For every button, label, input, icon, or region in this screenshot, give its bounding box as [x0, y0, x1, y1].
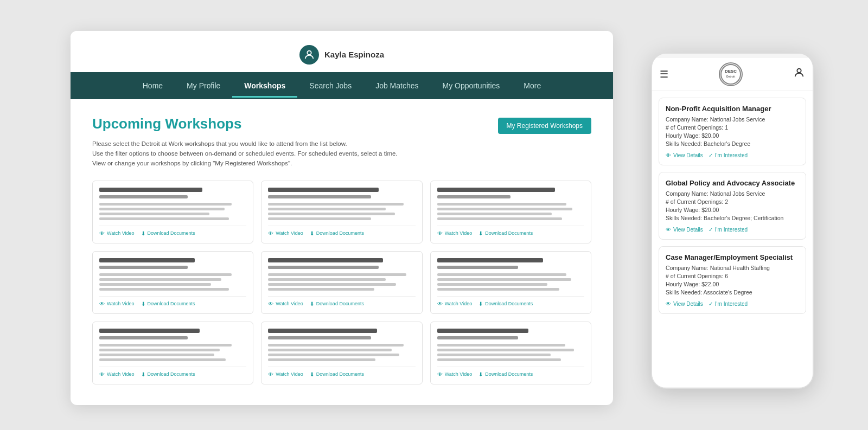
user-section: Kayla Espinoza — [299, 40, 384, 72]
workshop-line — [268, 288, 374, 291]
workshop-card-3: 👁 Watch Video ⬇ Download Documents — [430, 181, 591, 243]
workshop-sub — [268, 336, 371, 339]
watch-video-link[interactable]: 👁 Watch Video — [268, 230, 303, 236]
workshop-line — [437, 278, 571, 281]
download-link[interactable]: ⬇ Download Documents — [478, 230, 533, 236]
workshop-card-actions: 👁 Watch Video ⬇ Download Documents — [99, 367, 246, 377]
eye-icon: 👁 — [437, 371, 443, 377]
eye-icon: 👁 — [268, 371, 273, 377]
watch-video-link[interactable]: 👁 Watch Video — [99, 301, 135, 307]
workshop-line — [437, 213, 552, 215]
im-interested-btn-1[interactable]: ✓ I'm Interested — [709, 152, 748, 158]
job-skills-2: Skills Needed: Bachelor's Degree; Certif… — [666, 215, 799, 221]
job-company-3: Company Name: National Health Staffing — [666, 265, 799, 271]
download-icon: ⬇ — [141, 230, 145, 236]
watch-video-link[interactable]: 👁 Watch Video — [268, 371, 303, 377]
view-details-btn-2[interactable]: 👁 View Details — [666, 227, 703, 233]
im-interested-btn-2[interactable]: ✓ I'm Interested — [709, 227, 748, 233]
job-company-1: Company Name: National Jobs Service — [666, 116, 799, 123]
workshop-grid: 👁 Watch Video ⬇ Download Documents — [92, 181, 591, 384]
download-link[interactable]: ⬇ Download Documents — [478, 301, 533, 307]
mobile-notch — [652, 54, 813, 58]
nav-more[interactable]: More — [512, 74, 553, 98]
download-link[interactable]: ⬇ Download Documents — [141, 371, 195, 377]
desktop-browser-card: Kayla Espinoza Home My Profile Workshops… — [71, 31, 613, 405]
job-title-3: Case Manager/Employment Specialist — [666, 253, 799, 261]
mobile-logo: DESC Detroit — [719, 62, 743, 86]
nav-my-profile[interactable]: My Profile — [175, 74, 232, 98]
download-link[interactable]: ⬇ Download Documents — [310, 371, 364, 377]
nav-home[interactable]: Home — [131, 74, 175, 98]
download-link[interactable]: ⬇ Download Documents — [141, 230, 195, 236]
job-actions-1: 👁 View Details ✓ I'm Interested — [666, 152, 799, 158]
nav-search-jobs[interactable]: Search Jobs — [297, 74, 363, 98]
workshop-line — [268, 273, 406, 276]
workshop-card-actions: 👁 Watch Video ⬇ Download Documents — [99, 226, 246, 236]
workshop-line — [437, 203, 567, 206]
watch-video-link[interactable]: 👁 Watch Video — [437, 230, 473, 236]
download-icon: ⬇ — [141, 371, 145, 377]
job-title-2: Global Policy and Advocacy Associate — [666, 179, 799, 187]
eye-icon: 👁 — [437, 301, 443, 307]
workshop-line — [268, 358, 375, 361]
mobile-user-icon[interactable] — [793, 67, 805, 81]
workshop-card-2: 👁 Watch Video ⬇ Download Documents — [261, 181, 422, 243]
check-icon: ✓ — [709, 227, 713, 233]
content-header: Upcoming Workshops Please select the Det… — [92, 115, 591, 169]
hamburger-menu-icon[interactable]: ☰ — [660, 68, 668, 80]
watch-video-link[interactable]: 👁 Watch Video — [437, 371, 473, 377]
workshop-card-6: 👁 Watch Video ⬇ Download Documents — [430, 251, 591, 314]
im-interested-btn-3[interactable]: ✓ I'm Interested — [709, 301, 748, 307]
workshop-title-bar — [268, 329, 377, 333]
watch-video-link[interactable]: 👁 Watch Video — [437, 301, 473, 307]
watch-video-link[interactable]: 👁 Watch Video — [268, 301, 303, 307]
nav-my-opportunities[interactable]: My Opportunities — [431, 74, 512, 98]
mobile-content: Non-Profit Acquisition Manager Company N… — [652, 91, 813, 387]
user-name: Kayla Espinoza — [324, 50, 384, 59]
download-icon: ⬇ — [141, 301, 145, 307]
mobile-top-bar: ☰ DESC Detroit — [652, 58, 813, 91]
job-actions-2: 👁 View Details ✓ I'm Interested — [666, 227, 799, 233]
workshop-card-actions: 👁 Watch Video ⬇ Download Documents — [437, 226, 584, 236]
download-link[interactable]: ⬇ Download Documents — [310, 230, 364, 236]
workshop-card-actions: 👁 Watch Video ⬇ Download Documents — [99, 296, 246, 307]
download-link[interactable]: ⬇ Download Documents — [310, 301, 364, 307]
view-details-btn-1[interactable]: 👁 View Details — [666, 152, 703, 158]
avatar — [299, 45, 319, 65]
workshop-card-actions: 👁 Watch Video ⬇ Download Documents — [268, 226, 415, 236]
job-skills-3: Skills Needed: Associate's Degree — [666, 289, 799, 296]
check-icon: ✓ — [709, 152, 713, 158]
svg-text:Detroit: Detroit — [726, 75, 735, 78]
download-link[interactable]: ⬇ Download Documents — [141, 301, 195, 307]
watch-video-link[interactable]: 👁 Watch Video — [99, 230, 135, 236]
workshop-title-bar — [437, 188, 555, 192]
svg-text:DESC: DESC — [725, 69, 737, 74]
job-openings-2: # of Current Openings: 2 — [666, 198, 799, 205]
download-link[interactable]: ⬇ Download Documents — [478, 371, 533, 377]
workshop-line — [268, 283, 396, 286]
workshop-card-9: 👁 Watch Video ⬇ Download Documents — [430, 322, 591, 384]
workshop-line — [268, 354, 399, 356]
my-registered-workshops-button[interactable]: My Registered Workshops — [498, 118, 592, 134]
workshop-line — [437, 208, 573, 210]
page-desc-3: View or change your workshops by clickin… — [92, 158, 398, 168]
watch-video-link[interactable]: 👁 Watch Video — [99, 371, 135, 377]
job-openings-1: # of Current Openings: 1 — [666, 124, 799, 131]
workshop-card-4: 👁 Watch Video ⬇ Download Documents — [92, 251, 253, 314]
svg-point-4 — [797, 69, 801, 73]
job-card-1: Non-Profit Acquisition Manager Company N… — [659, 98, 806, 165]
download-icon: ⬇ — [310, 371, 314, 377]
workshop-card-actions: 👁 Watch Video ⬇ Download Documents — [268, 367, 415, 377]
workshop-card-8: 👁 Watch Video ⬇ Download Documents — [261, 322, 422, 384]
workshop-line — [99, 213, 209, 215]
nav-workshops[interactable]: Workshops — [232, 74, 297, 98]
eye-icon: 👁 — [99, 230, 105, 236]
page-intro: Upcoming Workshops Please select the Det… — [92, 115, 398, 169]
workshop-line — [99, 344, 232, 346]
view-details-btn-3[interactable]: 👁 View Details — [666, 301, 703, 307]
workshop-line — [99, 278, 221, 281]
workshop-sub — [99, 336, 188, 339]
nav-job-matches[interactable]: Job Matches — [363, 74, 430, 98]
download-icon: ⬇ — [310, 301, 314, 307]
workshop-line — [437, 344, 565, 346]
